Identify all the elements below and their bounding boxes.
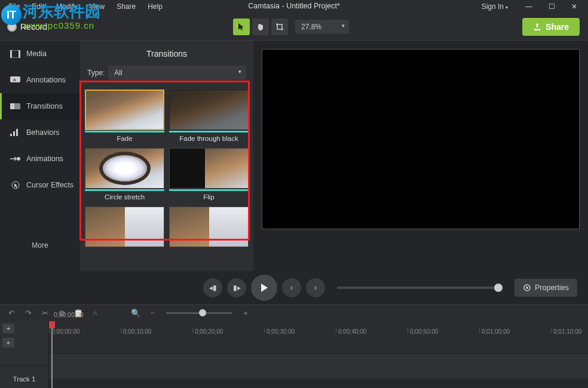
thumb-caption: Flip <box>169 193 249 201</box>
toolbar: Record 27.8% Share <box>0 13 588 41</box>
signin-button[interactable]: Sign In▾ <box>472 2 517 11</box>
prev-marker-button[interactable]: ‹ <box>282 278 301 297</box>
svg-rect-8 <box>13 131 15 136</box>
track-header[interactable]: Track 1 <box>0 365 48 388</box>
share-button[interactable]: Share <box>522 18 580 36</box>
pan-tool[interactable] <box>252 19 269 35</box>
svg-point-13 <box>526 287 528 289</box>
ruler-tick: 0;00;40;00 <box>336 328 366 333</box>
type-label: Type: <box>87 69 105 77</box>
preview-canvas[interactable] <box>262 49 580 229</box>
cursor-effects-icon <box>10 181 20 189</box>
thumb-caption: Fade <box>85 135 164 142</box>
sidebar-item-annotations[interactable]: a Annotations <box>0 67 80 93</box>
menubar: File Edit Modify View Share Help Camtasi… <box>0 0 588 13</box>
record-button[interactable]: Record <box>7 22 47 32</box>
cut-button[interactable]: ✂ <box>39 309 50 318</box>
transition-flip[interactable]: Flip <box>169 148 249 201</box>
svg-rect-2 <box>19 50 20 58</box>
transition-item[interactable] <box>169 207 249 247</box>
zoom-out-button[interactable]: − <box>147 309 158 318</box>
playback-bar: ◂▮ ▮▸ ‹ › Properties <box>0 271 588 304</box>
properties-button[interactable]: Properties <box>514 279 577 297</box>
sidebar-more[interactable]: More <box>0 234 80 257</box>
thumb-image <box>169 207 249 247</box>
close-button[interactable]: ✕ <box>563 2 586 11</box>
gear-icon <box>523 284 531 292</box>
thumb-caption: Circle stretch <box>85 193 164 201</box>
record-icon <box>7 22 17 32</box>
sidebar-item-label: Transitions <box>26 102 63 110</box>
crop-tool[interactable] <box>271 19 288 35</box>
thumb-image <box>85 90 164 130</box>
ruler-tick: 0;00;20;00 <box>192 328 223 333</box>
play-button[interactable] <box>251 275 277 301</box>
tracks-area[interactable] <box>49 353 588 388</box>
timeline-ruler[interactable]: 0;00;00;00 0;00;10;00 0;00;20;00 0;00;30… <box>49 321 588 337</box>
transitions-panel: Transitions Type: All Fade Fade through … <box>80 41 253 271</box>
add-track-button[interactable]: + <box>2 324 14 333</box>
track-row[interactable] <box>49 353 588 378</box>
media-icon <box>10 50 20 58</box>
menu-file[interactable]: File <box>2 1 26 12</box>
thumb-image <box>169 90 249 130</box>
timeline-zoom-slider[interactable] <box>166 312 232 314</box>
menu-share[interactable]: Share <box>111 1 142 12</box>
transition-fade[interactable]: Fade <box>85 90 164 142</box>
sidebar-item-label: Animations <box>26 155 63 163</box>
ruler-tick: 0;01;10;00 <box>551 328 581 333</box>
svg-rect-7 <box>10 134 12 136</box>
ruler-tick: 0;00;50;00 <box>408 328 438 333</box>
redo-button[interactable]: ↷ <box>23 309 33 318</box>
annotations-icon: a <box>10 76 20 84</box>
svg-point-10 <box>17 157 20 161</box>
thumb-image <box>85 148 164 189</box>
next-marker-button[interactable]: › <box>306 278 325 297</box>
ruler-tick: 0;00;30;00 <box>264 328 295 333</box>
thumb-caption: Fade through black <box>169 135 249 142</box>
ruler-tick: 0;00;10;00 <box>121 328 151 333</box>
menu-edit[interactable]: Edit <box>26 1 50 12</box>
type-select[interactable]: All <box>108 66 246 80</box>
sidebar-item-label: Behaviors <box>26 128 60 137</box>
sidebar-item-animations[interactable]: Animations <box>0 146 80 172</box>
svg-text:a: a <box>13 77 16 82</box>
sidebar-item-media[interactable]: Media <box>0 41 80 67</box>
timeline-body[interactable]: 0;00;00;00 0;00;00;00 0;00;10;00 0;00;20… <box>49 321 588 388</box>
prev-frame-button[interactable]: ◂▮ <box>203 278 222 297</box>
thumb-image <box>169 148 249 189</box>
sidebar-item-transitions[interactable]: Transitions <box>0 93 80 119</box>
zoom-select[interactable]: 27.8% <box>295 20 349 34</box>
undo-button[interactable]: ↶ <box>6 309 17 318</box>
timeline-track-headers: + + Track 1 <box>0 321 49 388</box>
sidebar-item-behaviors[interactable]: Behaviors <box>0 119 80 146</box>
add-marker-button[interactable]: + <box>2 338 14 347</box>
timeline-toolbar: ↶ ↷ ✂ ⧉ 📋 ⑃ 🔍 − + <box>0 304 588 321</box>
next-frame-button[interactable]: ▮▸ <box>227 278 246 297</box>
progress-slider[interactable] <box>337 287 503 289</box>
upload-icon <box>533 23 541 31</box>
menu-view[interactable]: View <box>83 1 111 12</box>
animations-icon <box>10 155 20 163</box>
record-label: Record <box>20 22 47 32</box>
split-button[interactable]: ⑃ <box>90 309 100 318</box>
sidebar-item-label: Media <box>26 50 47 58</box>
sidebar-item-cursor-effects[interactable]: Cursor Effects <box>0 172 80 198</box>
canvas-area <box>253 41 588 271</box>
current-timecode: 0;00;00;00 <box>54 311 84 318</box>
maximize-button[interactable]: ☐ <box>540 2 563 11</box>
transition-fade-through-black[interactable]: Fade through black <box>169 90 249 142</box>
ruler-tick: 0;01;00;00 <box>479 328 510 333</box>
zoom-in-button[interactable]: + <box>240 309 251 318</box>
main-area: Media a Annotations Transitions Behavior… <box>0 41 588 271</box>
menu-modify[interactable]: Modify <box>50 1 83 12</box>
menu-help[interactable]: Help <box>142 1 169 12</box>
svg-rect-9 <box>16 129 18 136</box>
transition-item[interactable] <box>85 207 164 247</box>
minimize-button[interactable]: — <box>517 2 540 11</box>
zoom-fit-icon[interactable]: 🔍 <box>130 309 141 318</box>
select-tool[interactable] <box>233 19 250 35</box>
transition-circle-stretch[interactable]: Circle stretch <box>85 148 164 201</box>
timeline: + + Track 1 0;00;00;00 0;00;00;00 0;00;1… <box>0 321 588 388</box>
app-title: Camtasia - Untitled Project* <box>248 2 340 10</box>
